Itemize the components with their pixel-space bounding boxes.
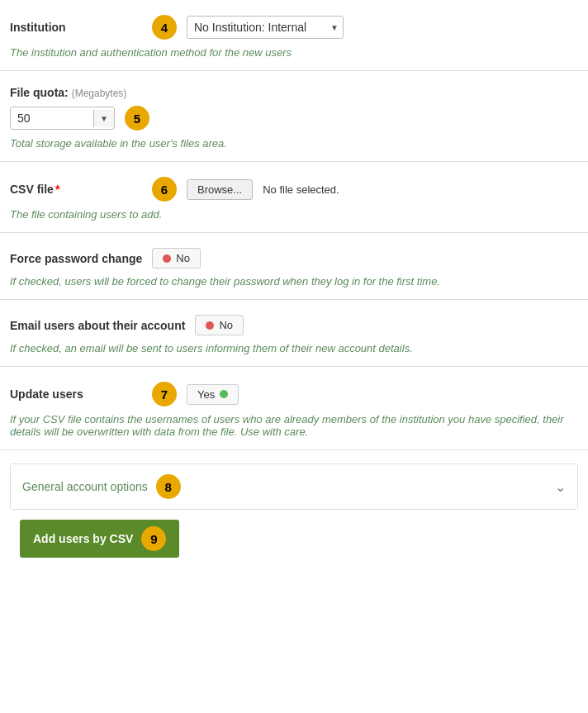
file-quota-sublabel: (Megabytes) <box>72 88 127 99</box>
accordion-chevron-icon: ⌄ <box>555 479 566 495</box>
email-users-toggle[interactable]: No <box>195 315 244 335</box>
general-account-options-accordion[interactable]: General account options 8 ⌄ <box>10 463 578 510</box>
add-users-by-csv-button[interactable]: Add users by CSV 9 <box>20 520 179 558</box>
email-users-label: Email users about their account <box>10 319 185 332</box>
institution-select-wrapper[interactable]: No Institution: Internal <box>187 16 344 39</box>
email-users-toggle-label: No <box>219 319 233 331</box>
add-users-label: Add users by CSV <box>33 532 133 545</box>
force-password-label: Force password change <box>10 252 142 265</box>
csv-file-label: CSV file* <box>10 183 142 196</box>
force-password-dot <box>163 254 171 263</box>
submit-section: Add users by CSV 9 <box>0 520 588 584</box>
csv-no-file-text: No file selected. <box>263 183 339 196</box>
update-users-toggle[interactable]: Yes <box>187 384 239 405</box>
csv-file-hint: The file containing users to add. <box>10 208 578 221</box>
institution-section: Institution 4 No Institution: Internal T… <box>0 0 588 71</box>
file-quota-hint: Total storage available in the user's fi… <box>10 137 578 150</box>
institution-hint: The institution and authentication metho… <box>10 46 578 59</box>
update-users-label: Update users <box>10 387 142 401</box>
update-users-section: Update users 7 Yes If your CSV file cont… <box>0 367 588 450</box>
csv-browse-button[interactable]: Browse... <box>187 179 253 200</box>
csv-file-section: CSV file* 6 Browse... No file selected. … <box>0 162 588 233</box>
quota-dropdown-arrow[interactable]: ▼ <box>93 110 114 127</box>
email-users-hint: If checked, an email will be sent to use… <box>10 342 578 354</box>
force-password-toggle-label: No <box>176 252 190 264</box>
file-quota-label: File quota: (Megabytes) <box>10 86 142 99</box>
force-password-hint: If checked, users will be forced to chan… <box>10 275 578 288</box>
email-users-dot <box>206 321 214 330</box>
force-password-section: Force password change No If checked, use… <box>0 233 588 300</box>
step-8-badge: 8 <box>156 474 181 499</box>
accordion-title: General account options <box>22 480 148 493</box>
institution-select[interactable]: No Institution: Internal <box>187 16 344 39</box>
csv-required-star: * <box>55 183 59 196</box>
file-quota-input-wrapper: ▼ <box>10 107 115 130</box>
force-password-toggle[interactable]: No <box>152 248 201 269</box>
step-6-badge: 6 <box>152 177 177 202</box>
file-quota-input[interactable] <box>11 107 93 129</box>
file-quota-section: File quota: (Megabytes) ▼ 5 Total storag… <box>0 71 588 162</box>
step-4-badge: 4 <box>152 15 177 40</box>
accordion-header[interactable]: General account options 8 ⌄ <box>11 464 577 509</box>
step-9-badge: 9 <box>141 526 166 551</box>
institution-label: Institution <box>10 21 142 34</box>
email-users-section: Email users about their account No If ch… <box>0 300 588 367</box>
step-5-badge: 5 <box>125 106 149 131</box>
update-users-toggle-label: Yes <box>197 388 215 401</box>
update-users-dot <box>220 390 228 398</box>
step-7-badge: 7 <box>152 382 177 406</box>
update-users-hint: If your CSV file contains the usernames … <box>10 413 578 438</box>
